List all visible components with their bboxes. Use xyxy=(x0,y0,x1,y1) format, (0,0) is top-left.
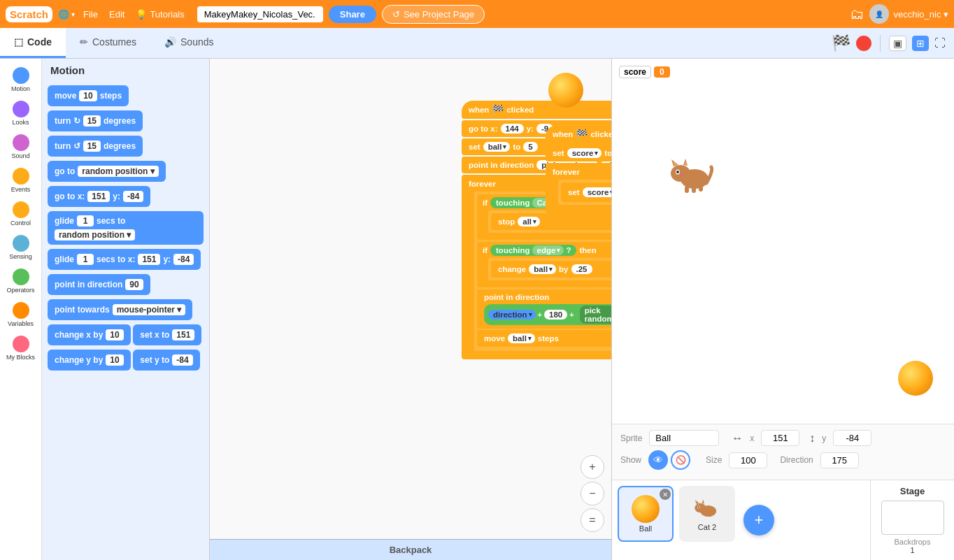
folder-icon[interactable]: 🗂 xyxy=(850,6,864,22)
category-myblocks[interactable]: My Blocks xyxy=(1,333,41,364)
sprite-thumb-ball[interactable]: ✕ Ball xyxy=(618,486,674,542)
stop-button[interactable] xyxy=(856,36,871,51)
glide-block[interactable]: glide 1 secs to random position ▾ xyxy=(48,211,204,245)
refresh-icon: ↺ xyxy=(392,9,400,20)
ball-preview xyxy=(548,73,583,108)
svg-rect-9 xyxy=(685,186,689,193)
file-menu[interactable]: File xyxy=(80,8,101,21)
variables-dot xyxy=(13,302,29,319)
category-events[interactable]: Events xyxy=(1,165,41,196)
point-towards-block[interactable]: point towards mouse-pointer ▾ xyxy=(48,299,192,320)
forever-inner-2: set score to ball * 5 * 4 xyxy=(558,180,611,205)
sprite-info-panel: Sprite ↔ x ↕ y Show 👁 🚫 Size Directi xyxy=(612,424,954,480)
category-sensing[interactable]: Sensing xyxy=(1,232,41,263)
goto-block[interactable]: go to random position ▾ xyxy=(48,161,166,182)
sprite-label: Sprite xyxy=(620,433,642,443)
show-visible-icon[interactable]: 👁 xyxy=(648,450,668,470)
globe-button[interactable]: 🌐 ▾ xyxy=(58,9,75,20)
sprite-stage-row: ✕ Ball Cat 2 + xyxy=(612,480,954,560)
delete-ball-button[interactable]: ✕ xyxy=(660,489,671,500)
layout-split-button[interactable]: ⊞ xyxy=(912,36,929,51)
change-x-block[interactable]: change x by 10 xyxy=(48,324,131,345)
svg-point-7 xyxy=(676,171,679,173)
goto-xy-block[interactable]: go to x: 151 y: -84 xyxy=(48,186,150,207)
turn-cw-block[interactable]: turn ↻ 15 degrees xyxy=(48,110,143,131)
zoom-out-button[interactable]: − xyxy=(581,482,604,505)
set-score-0-block[interactable]: set score to 0 xyxy=(546,145,611,161)
change-y-block[interactable]: change y by 10 xyxy=(48,350,131,371)
forever-block-2[interactable]: forever set score to ball * 5 * 4 xyxy=(546,163,611,213)
sprite-list: ✕ Ball Cat 2 + xyxy=(612,480,870,560)
tab-costumes[interactable]: ✏ Costumes xyxy=(66,28,150,58)
sound-label: Sound xyxy=(11,152,29,159)
direction-input[interactable] xyxy=(820,452,859,468)
stop-all-block[interactable]: stop all xyxy=(491,213,611,230)
sprite-thumb-cat2[interactable]: Cat 2 xyxy=(679,486,735,542)
green-flag-button[interactable]: 🏁 xyxy=(832,34,850,52)
svg-point-13 xyxy=(695,503,706,512)
show-hidden-icon[interactable]: 🚫 xyxy=(671,450,690,470)
code-canvas[interactable]: when 🏁 clicked go to x: 144 y: -9 set ba… xyxy=(210,59,611,539)
code-group-2[interactable]: when 🏁 clicked set score to 0 forever se… xyxy=(546,125,611,213)
backpack-bar[interactable]: Backpack xyxy=(210,539,611,560)
scratch-logo[interactable]: Scratch xyxy=(6,6,52,22)
events-label: Events xyxy=(11,186,31,193)
myblocks-dot xyxy=(13,336,29,352)
size-input[interactable] xyxy=(729,452,767,468)
move-ball-steps-block[interactable]: move ball steps xyxy=(477,330,611,347)
when-flag-hat-1[interactable]: when 🏁 clicked xyxy=(462,101,611,119)
move-block[interactable]: move 10 steps xyxy=(48,85,129,106)
fullscreen-button[interactable]: ⛶ xyxy=(934,37,946,50)
change-ball-block[interactable]: change ball by .25 xyxy=(491,261,611,278)
x-coord-input[interactable] xyxy=(761,430,799,446)
ball-thumb-circle xyxy=(632,495,660,523)
set-score-expr-block[interactable]: set score to ball * 5 * 4 xyxy=(561,182,611,202)
category-motion[interactable]: Motion xyxy=(1,64,41,95)
avatar-image: 👤 xyxy=(869,4,889,24)
tab-sounds[interactable]: 🔊 Sounds xyxy=(150,28,227,58)
y-coord-label: y xyxy=(822,433,826,443)
if-touching-edge-block[interactable]: if touching edge ? then change ball by .… xyxy=(477,242,611,287)
zoom-reset-button[interactable]: = xyxy=(581,508,604,532)
sprite-name-input[interactable] xyxy=(649,430,719,446)
project-name-input[interactable] xyxy=(197,6,323,22)
looks-dot xyxy=(13,101,29,117)
category-operators[interactable]: Operators xyxy=(1,266,41,296)
layout-small-button[interactable]: ▣ xyxy=(889,36,906,51)
svg-marker-15 xyxy=(702,499,704,503)
show-icons: 👁 🚫 xyxy=(648,450,690,470)
stage-panel-label: Stage xyxy=(900,486,925,496)
when-flag-hat-2[interactable]: when 🏁 clicked xyxy=(546,125,611,143)
point-dir-expr-block[interactable]: point in direction direction + 180 + pic… xyxy=(477,289,611,329)
zoom-in-button[interactable]: + xyxy=(581,455,604,479)
y-coord-input[interactable] xyxy=(833,430,871,446)
category-control[interactable]: Control xyxy=(1,199,41,229)
category-variables[interactable]: Variables xyxy=(1,299,41,330)
category-looks[interactable]: Looks xyxy=(1,98,41,129)
motion-label: Motion xyxy=(11,85,30,92)
stage-canvas: score 0 xyxy=(612,59,954,424)
tutorials-link[interactable]: 💡 Tutorials xyxy=(133,8,187,21)
add-sprite-button[interactable]: + xyxy=(743,505,774,536)
stage-preview-ball xyxy=(548,73,583,108)
score-label-display: score xyxy=(619,66,651,78)
stage-thumbnail[interactable] xyxy=(881,501,944,535)
user-avatar[interactable]: 👤 vecchio_nic ▾ xyxy=(869,4,948,24)
svg-rect-10 xyxy=(692,186,696,193)
set-x-block[interactable]: set x to 151 xyxy=(133,324,201,345)
sensing-dot xyxy=(13,235,29,252)
edit-menu[interactable]: Edit xyxy=(106,8,127,21)
share-button[interactable]: Share xyxy=(329,6,376,23)
backdrops-label: Backdrops xyxy=(895,538,931,546)
blocks-panel-title: Motion xyxy=(48,64,204,76)
set-y-block[interactable]: set y to -84 xyxy=(133,350,199,371)
glide-xy-block[interactable]: glide 1 secs to x: 151 y: -84 xyxy=(48,249,201,270)
sensing-label: Sensing xyxy=(9,253,32,260)
point-dir-block[interactable]: point in direction 90 xyxy=(48,274,150,295)
svg-marker-14 xyxy=(695,500,699,504)
score-value-display: 0 xyxy=(654,66,670,78)
tab-code[interactable]: ⬚ Code xyxy=(0,28,66,58)
turn-ccw-block[interactable]: turn ↺ 15 degrees xyxy=(48,136,143,157)
see-project-button[interactable]: ↺ See Project Page xyxy=(382,5,485,24)
category-sound[interactable]: Sound xyxy=(1,131,41,162)
